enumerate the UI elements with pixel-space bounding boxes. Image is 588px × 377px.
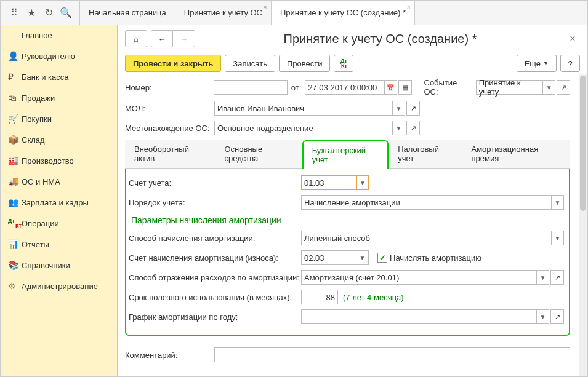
accounting-panel: Счет учета: 01.03 ▼ Порядок учета: Начис… [125,169,570,336]
close-button[interactable]: × [565,33,580,44]
sidebar-item-production[interactable]: 🏭Производство [1,150,117,171]
help-button[interactable]: ? [560,55,580,72]
content-area: ⌂ ← → Принятие к учету ОС (создание) * ×… [118,25,587,376]
expense-label: Способ отражения расходов по амортизации… [129,273,301,282]
open-icon[interactable]: ↗ [406,101,420,116]
method-label: Способ начисления амортизации: [129,234,301,243]
comment-label: Комментарий: [125,351,214,360]
term-label: Срок полезного использования (в месяцах)… [129,293,301,302]
top-toolbar: ⠿ ★ ↻ 🔍 Начальная страница Принятие к уч… [1,1,587,25]
sidebar-item-warehouse[interactable]: 📦Склад [1,129,117,150]
sidebar: Главное 👤Руководителю ₽Банк и касса 🛍Про… [1,25,118,376]
term-field[interactable]: 88 [301,290,338,304]
mol-label: МОЛ: [125,104,214,113]
dropdown-icon[interactable]: ▼ [537,270,549,285]
deprec-acct-field[interactable]: 02.03 [301,250,356,265]
dropdown-icon[interactable]: ▼ [552,231,564,245]
schedule-label: График амортизации по году: [129,312,301,322]
sidebar-item-salary[interactable]: 👥Зарплата и кадры [1,192,117,213]
tab-doc2[interactable]: Принятие к учету ОС (создание) *× [272,1,415,25]
subtabs: Внеоборотный актив Основные средства Бух… [125,140,570,169]
box-icon: 📦 [8,135,22,145]
tab-premium[interactable]: Амортизационная премия [462,140,570,168]
list-icon[interactable]: ▤ [398,80,412,95]
account-field[interactable]: 01.03 [301,175,356,190]
tab-accounting[interactable]: Бухгалтерский учет [302,140,389,169]
expense-field[interactable]: Амортизация (счет 20.01) [301,270,537,285]
schedule-field[interactable] [301,309,537,324]
scrollbar[interactable] [579,74,587,376]
deprec-checkbox[interactable]: ✓ [377,253,387,263]
dropdown-icon[interactable]: ▼ [356,175,369,190]
dtkt-icon: ДтКт [8,218,22,228]
dropdown-icon[interactable]: ▼ [356,250,369,265]
sidebar-item-manager[interactable]: 👤Руководителю [1,46,117,66]
number-label: Номер: [125,83,214,92]
forward-button[interactable]: → [173,30,195,47]
people-icon: 👥 [8,197,22,207]
bag-icon: 🛍 [8,93,22,103]
tab-assets[interactable]: Основные средства [215,140,302,168]
dropdown-icon[interactable]: ▼ [552,195,564,210]
dropdown-icon[interactable]: ▼ [543,80,555,95]
date-field[interactable]: 27.03.2017 0:00:00 [305,80,384,95]
back-button[interactable]: ← [151,30,173,47]
factory-icon: 🏭 [8,156,22,165]
sidebar-item-assets[interactable]: 🚚ОС и НМА [1,171,117,192]
calendar-icon[interactable]: 📅 [385,80,397,95]
dtkt-button[interactable]: ДтКт [334,55,353,72]
tab-doc1[interactable]: Принятие к учету ОС× [175,1,272,25]
comment-field[interactable] [214,347,570,362]
dropdown-icon[interactable]: ▼ [393,101,405,116]
search-icon[interactable]: 🔍 [57,7,75,18]
close-icon[interactable]: × [264,3,267,10]
ot-label: от: [291,83,302,92]
mol-field[interactable]: Иванов Иван Иванович [214,101,393,116]
sidebar-item-bank[interactable]: ₽Банк и касса [1,66,117,87]
method-field[interactable]: Линейный способ [301,231,552,245]
open-icon[interactable]: ↗ [550,309,564,324]
open-icon[interactable]: ↗ [557,80,570,95]
toolbar-icons: ⠿ ★ ↻ 🔍 [1,1,80,25]
order-field[interactable]: Начисление амортизации [301,195,552,210]
dropdown-icon[interactable]: ▼ [537,309,549,324]
location-label: Местонахождение ОС: [125,124,214,133]
star-icon[interactable]: ★ [23,7,40,18]
tab-tax[interactable]: Налоговый учет [389,140,462,168]
term-hint: (7 лет 4 месяца) [343,293,404,302]
tab-nonturnover[interactable]: Внеоборотный актив [125,140,215,168]
tab-home[interactable]: Начальная страница [80,1,175,25]
dropdown-icon[interactable]: ▼ [393,121,405,135]
deprec-acct-label: Счет начисления амортизации (износа): [129,253,301,263]
ruble-icon: ₽ [8,72,22,82]
section-title: Параметры начисления амортизации [131,215,564,225]
close-icon[interactable]: × [407,3,411,10]
history-icon[interactable]: ↻ [40,7,57,18]
event-field[interactable]: Принятие к учету [476,80,544,95]
home-button[interactable]: ⌂ [125,30,147,47]
number-field[interactable] [214,80,287,95]
cart-icon: 🛒 [8,114,22,124]
open-icon[interactable]: ↗ [406,121,420,135]
location-field[interactable]: Основное подразделение [214,121,393,135]
open-icon[interactable]: ↗ [550,270,564,285]
post-and-close-button[interactable]: Провести и закрыть [125,55,221,72]
account-label: Счет учета: [129,178,301,188]
post-button[interactable]: Провести [279,55,331,72]
chart-icon: 📊 [8,239,22,249]
sidebar-item-reports[interactable]: 📊Отчеты [1,234,117,255]
page-title: Принятие к учету ОС (создание) * [199,32,562,46]
sidebar-item-admin[interactable]: ⚙Администрирование [1,276,117,296]
sidebar-item-main[interactable]: Главное [1,25,117,46]
checkbox-label: Начислять амортизацию [390,253,481,263]
truck-icon: 🚚 [8,177,22,186]
sidebar-item-purchases[interactable]: 🛒Покупки [1,108,117,129]
more-button[interactable]: Еще ▼ [517,55,557,72]
sidebar-item-sales[interactable]: 🛍Продажи [1,87,117,108]
apps-icon[interactable]: ⠿ [6,7,23,18]
person-icon: 👤 [8,51,22,61]
sidebar-item-operations[interactable]: ДтКтОперации [1,213,117,234]
save-button[interactable]: Записать [225,55,275,72]
sidebar-item-catalogs[interactable]: 📚Справочники [1,255,117,276]
event-label: Событие ОС: [424,78,473,97]
